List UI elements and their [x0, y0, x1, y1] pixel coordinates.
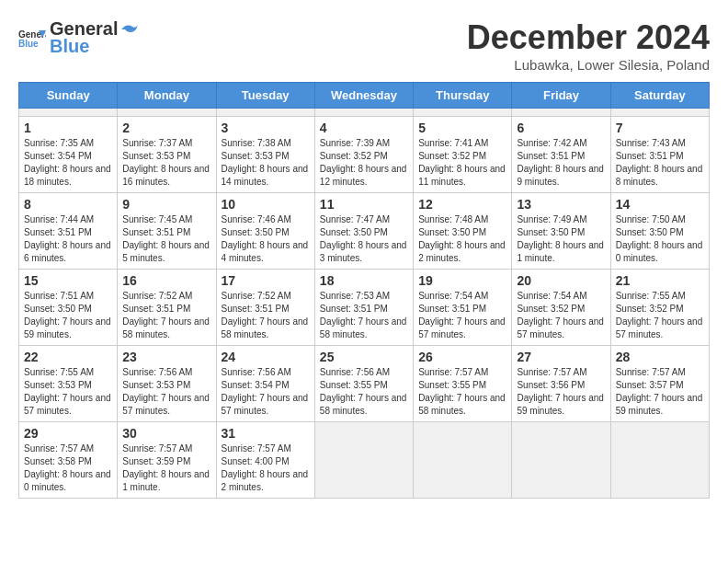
calendar-cell [414, 422, 512, 499]
cell-info: Sunrise: 7:57 AMSunset: 3:56 PMDaylight:… [517, 366, 605, 418]
day-number: 6 [517, 121, 605, 135]
calendar-cell [414, 109, 512, 117]
cell-info: Sunrise: 7:52 AMSunset: 3:51 PMDaylight:… [222, 290, 310, 341]
calendar-cell [512, 422, 610, 499]
calendar-cell [610, 109, 709, 117]
calendar-cell: 20Sunrise: 7:54 AMSunset: 3:52 PMDayligh… [512, 270, 610, 346]
subtitle: Lubawka, Lower Silesia, Poland [467, 57, 710, 73]
cell-info: Sunrise: 7:49 AMSunset: 3:50 PMDaylight:… [517, 213, 605, 265]
calendar-cell [512, 109, 610, 117]
day-number: 1 [24, 121, 112, 135]
title-area: December 2024 Lubawka, Lower Silesia, Po… [467, 18, 710, 73]
cell-info: Sunrise: 7:57 AMSunset: 3:57 PMDaylight:… [616, 366, 704, 418]
logo-bird-icon [119, 21, 140, 38]
calendar-header-row: SundayMondayTuesdayWednesdayThursdayFrid… [19, 83, 710, 109]
calendar-cell: 29Sunrise: 7:57 AMSunset: 3:58 PMDayligh… [19, 422, 118, 499]
calendar-cell: 26Sunrise: 7:57 AMSunset: 3:55 PMDayligh… [414, 346, 512, 422]
day-header-wednesday: Wednesday [314, 83, 413, 109]
cell-info: Sunrise: 7:35 AMSunset: 3:54 PMDaylight:… [24, 137, 112, 189]
cell-info: Sunrise: 7:51 AMSunset: 3:50 PMDaylight:… [24, 290, 112, 341]
cell-info: Sunrise: 7:55 AMSunset: 3:53 PMDaylight:… [24, 366, 112, 418]
calendar-cell: 9Sunrise: 7:45 AMSunset: 3:51 PMDaylight… [118, 193, 216, 270]
main-title: December 2024 [467, 18, 710, 57]
calendar-cell: 1Sunrise: 7:35 AMSunset: 3:54 PMDaylight… [19, 117, 118, 193]
calendar: SundayMondayTuesdayWednesdayThursdayFrid… [18, 82, 710, 499]
day-number: 16 [122, 273, 210, 288]
calendar-cell: 14Sunrise: 7:50 AMSunset: 3:50 PMDayligh… [610, 193, 709, 270]
day-number: 18 [320, 273, 408, 288]
calendar-week-6: 29Sunrise: 7:57 AMSunset: 3:58 PMDayligh… [19, 422, 710, 499]
calendar-cell: 28Sunrise: 7:57 AMSunset: 3:57 PMDayligh… [610, 346, 709, 422]
cell-info: Sunrise: 7:54 AMSunset: 3:52 PMDaylight:… [517, 290, 605, 341]
calendar-week-1 [19, 109, 710, 117]
cell-info: Sunrise: 7:56 AMSunset: 3:54 PMDaylight:… [222, 366, 310, 418]
day-number: 11 [320, 197, 408, 212]
cell-info: Sunrise: 7:38 AMSunset: 3:53 PMDaylight:… [222, 137, 310, 189]
cell-info: Sunrise: 7:56 AMSunset: 3:53 PMDaylight:… [122, 366, 210, 418]
calendar-cell: 5Sunrise: 7:41 AMSunset: 3:52 PMDaylight… [414, 117, 512, 193]
day-number: 23 [122, 350, 210, 364]
day-number: 14 [616, 197, 704, 212]
calendar-cell: 31Sunrise: 7:57 AMSunset: 4:00 PMDayligh… [216, 422, 314, 499]
cell-info: Sunrise: 7:41 AMSunset: 3:52 PMDaylight:… [418, 137, 506, 189]
calendar-cell [314, 422, 413, 499]
day-number: 29 [24, 426, 112, 441]
day-number: 22 [24, 350, 112, 364]
day-number: 20 [517, 273, 605, 288]
cell-info: Sunrise: 7:45 AMSunset: 3:51 PMDaylight:… [122, 213, 210, 265]
day-number: 10 [222, 197, 310, 212]
calendar-cell [314, 109, 413, 117]
calendar-cell: 7Sunrise: 7:43 AMSunset: 3:51 PMDaylight… [610, 117, 709, 193]
cell-info: Sunrise: 7:46 AMSunset: 3:50 PMDaylight:… [222, 213, 310, 265]
day-number: 13 [517, 197, 605, 212]
calendar-week-4: 15Sunrise: 7:51 AMSunset: 3:50 PMDayligh… [19, 270, 710, 346]
calendar-cell [118, 109, 216, 117]
day-number: 5 [418, 121, 506, 135]
cell-info: Sunrise: 7:44 AMSunset: 3:51 PMDaylight:… [24, 213, 112, 265]
day-number: 31 [222, 426, 310, 441]
calendar-cell: 22Sunrise: 7:55 AMSunset: 3:53 PMDayligh… [19, 346, 118, 422]
calendar-cell: 18Sunrise: 7:53 AMSunset: 3:51 PMDayligh… [314, 270, 413, 346]
day-number: 3 [222, 121, 310, 135]
calendar-cell: 15Sunrise: 7:51 AMSunset: 3:50 PMDayligh… [19, 270, 118, 346]
calendar-cell: 27Sunrise: 7:57 AMSunset: 3:56 PMDayligh… [512, 346, 610, 422]
calendar-cell: 2Sunrise: 7:37 AMSunset: 3:53 PMDaylight… [118, 117, 216, 193]
day-number: 26 [418, 350, 506, 364]
svg-text:Blue: Blue [18, 39, 39, 49]
calendar-cell: 6Sunrise: 7:42 AMSunset: 3:51 PMDaylight… [512, 117, 610, 193]
calendar-cell: 23Sunrise: 7:56 AMSunset: 3:53 PMDayligh… [118, 346, 216, 422]
day-header-tuesday: Tuesday [216, 83, 314, 109]
day-number: 19 [418, 273, 506, 288]
calendar-week-2: 1Sunrise: 7:35 AMSunset: 3:54 PMDaylight… [19, 117, 710, 193]
calendar-week-5: 22Sunrise: 7:55 AMSunset: 3:53 PMDayligh… [19, 346, 710, 422]
calendar-cell: 3Sunrise: 7:38 AMSunset: 3:53 PMDaylight… [216, 117, 314, 193]
cell-info: Sunrise: 7:53 AMSunset: 3:51 PMDaylight:… [320, 290, 408, 341]
cell-info: Sunrise: 7:50 AMSunset: 3:50 PMDaylight:… [616, 213, 704, 265]
calendar-cell: 11Sunrise: 7:47 AMSunset: 3:50 PMDayligh… [314, 193, 413, 270]
day-number: 24 [222, 350, 310, 364]
cell-info: Sunrise: 7:43 AMSunset: 3:51 PMDaylight:… [616, 137, 704, 189]
cell-info: Sunrise: 7:37 AMSunset: 3:53 PMDaylight:… [122, 137, 210, 189]
day-number: 9 [122, 197, 210, 212]
day-number: 4 [320, 121, 408, 135]
calendar-cell: 10Sunrise: 7:46 AMSunset: 3:50 PMDayligh… [216, 193, 314, 270]
calendar-cell [610, 422, 709, 499]
logo: General Blue General Blue [18, 18, 142, 57]
cell-info: Sunrise: 7:42 AMSunset: 3:51 PMDaylight:… [517, 137, 605, 189]
cell-info: Sunrise: 7:56 AMSunset: 3:55 PMDaylight:… [320, 366, 408, 418]
header: General Blue General Blue December 2024 … [18, 18, 710, 73]
calendar-cell: 30Sunrise: 7:57 AMSunset: 3:59 PMDayligh… [118, 422, 216, 499]
day-number: 17 [222, 273, 310, 288]
day-number: 28 [616, 350, 704, 364]
day-number: 8 [24, 197, 112, 212]
calendar-cell: 16Sunrise: 7:52 AMSunset: 3:51 PMDayligh… [118, 270, 216, 346]
day-number: 27 [517, 350, 605, 364]
calendar-cell: 12Sunrise: 7:48 AMSunset: 3:50 PMDayligh… [414, 193, 512, 270]
day-header-monday: Monday [118, 83, 216, 109]
cell-info: Sunrise: 7:57 AMSunset: 4:00 PMDaylight:… [222, 442, 310, 494]
cell-info: Sunrise: 7:52 AMSunset: 3:51 PMDaylight:… [122, 290, 210, 341]
cell-info: Sunrise: 7:55 AMSunset: 3:52 PMDaylight:… [616, 290, 704, 341]
cell-info: Sunrise: 7:57 AMSunset: 3:58 PMDaylight:… [24, 442, 112, 494]
day-header-thursday: Thursday [414, 83, 512, 109]
calendar-cell: 24Sunrise: 7:56 AMSunset: 3:54 PMDayligh… [216, 346, 314, 422]
